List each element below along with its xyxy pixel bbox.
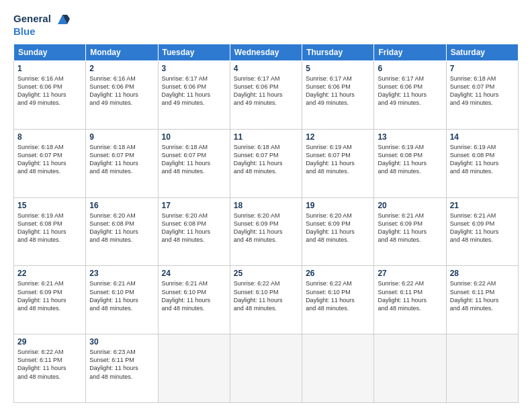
day-info: Sunrise: 6:21 AMSunset: 6:09 PMDaylight:… bbox=[378, 212, 442, 244]
calendar-row: 29Sunrise: 6:22 AMSunset: 6:11 PMDayligh… bbox=[14, 334, 519, 403]
calendar-cell: 5Sunrise: 6:17 AMSunset: 6:06 PMDaylight… bbox=[302, 61, 374, 130]
day-info: Sunrise: 6:18 AMSunset: 6:07 PMDaylight:… bbox=[89, 143, 154, 176]
calendar-header-row: Sunday Monday Tuesday Wednesday Thursday… bbox=[14, 44, 519, 61]
day-number: 18 bbox=[234, 201, 298, 210]
day-number: 24 bbox=[162, 269, 226, 278]
calendar-cell: 24Sunrise: 6:21 AMSunset: 6:10 PMDayligh… bbox=[158, 266, 230, 334]
col-sunday: Sunday bbox=[14, 44, 86, 61]
day-info: Sunrise: 6:20 AMSunset: 6:08 PMDaylight:… bbox=[89, 212, 154, 244]
col-friday: Friday bbox=[374, 44, 446, 61]
calendar-cell: 7Sunrise: 6:18 AMSunset: 6:07 PMDaylight… bbox=[446, 61, 518, 130]
calendar-cell: 9Sunrise: 6:18 AMSunset: 6:07 PMDaylight… bbox=[86, 129, 158, 197]
calendar-cell: 29Sunrise: 6:22 AMSunset: 6:11 PMDayligh… bbox=[14, 334, 86, 403]
day-info: Sunrise: 6:16 AMSunset: 6:06 PMDaylight:… bbox=[89, 75, 154, 107]
calendar-row: 15Sunrise: 6:19 AMSunset: 6:08 PMDayligh… bbox=[14, 197, 519, 266]
page: General Blue Sunday Monday Tuesday bbox=[0, 0, 532, 411]
day-number: 13 bbox=[378, 132, 442, 142]
day-info: Sunrise: 6:21 AMSunset: 6:10 PMDaylight:… bbox=[162, 279, 226, 312]
calendar-cell: 6Sunrise: 6:17 AMSunset: 6:06 PMDaylight… bbox=[374, 61, 446, 130]
calendar-cell bbox=[446, 334, 518, 403]
day-info: Sunrise: 6:17 AMSunset: 6:06 PMDaylight:… bbox=[378, 75, 442, 107]
calendar-cell bbox=[158, 334, 230, 403]
calendar-cell: 2Sunrise: 6:16 AMSunset: 6:06 PMDaylight… bbox=[86, 61, 158, 130]
day-info: Sunrise: 6:22 AMSunset: 6:11 PMDaylight:… bbox=[450, 279, 515, 312]
day-number: 12 bbox=[306, 132, 370, 142]
day-info: Sunrise: 6:18 AMSunset: 6:07 PMDaylight:… bbox=[234, 143, 298, 176]
day-info: Sunrise: 6:17 AMSunset: 6:06 PMDaylight:… bbox=[162, 75, 226, 107]
calendar-cell: 30Sunrise: 6:23 AMSunset: 6:11 PMDayligh… bbox=[86, 334, 158, 403]
day-number: 20 bbox=[378, 201, 442, 210]
day-info: Sunrise: 6:19 AMSunset: 6:08 PMDaylight:… bbox=[450, 143, 515, 176]
day-number: 25 bbox=[234, 269, 298, 278]
col-saturday: Saturday bbox=[446, 44, 518, 61]
day-info: Sunrise: 6:19 AMSunset: 6:07 PMDaylight:… bbox=[306, 143, 370, 176]
calendar-cell: 15Sunrise: 6:19 AMSunset: 6:08 PMDayligh… bbox=[14, 197, 86, 266]
day-number: 8 bbox=[17, 132, 82, 142]
logo-text: General bbox=[13, 12, 70, 27]
calendar-cell: 28Sunrise: 6:22 AMSunset: 6:11 PMDayligh… bbox=[446, 266, 518, 334]
day-number: 14 bbox=[450, 132, 515, 142]
day-info: Sunrise: 6:22 AMSunset: 6:10 PMDaylight:… bbox=[234, 279, 298, 312]
calendar-cell: 20Sunrise: 6:21 AMSunset: 6:09 PMDayligh… bbox=[374, 197, 446, 266]
calendar-row: 22Sunrise: 6:21 AMSunset: 6:09 PMDayligh… bbox=[14, 266, 519, 334]
col-thursday: Thursday bbox=[302, 44, 374, 61]
day-number: 16 bbox=[89, 201, 154, 210]
day-number: 21 bbox=[450, 201, 515, 210]
calendar-cell: 3Sunrise: 6:17 AMSunset: 6:06 PMDaylight… bbox=[158, 61, 230, 130]
day-number: 1 bbox=[17, 64, 82, 73]
day-info: Sunrise: 6:20 AMSunset: 6:09 PMDaylight:… bbox=[306, 212, 370, 244]
day-number: 5 bbox=[306, 64, 370, 73]
calendar-table: Sunday Monday Tuesday Wednesday Thursday… bbox=[13, 44, 519, 403]
calendar-cell: 25Sunrise: 6:22 AMSunset: 6:10 PMDayligh… bbox=[230, 266, 302, 334]
calendar-cell bbox=[374, 334, 446, 403]
logo-blue: Blue bbox=[13, 26, 70, 37]
day-info: Sunrise: 6:19 AMSunset: 6:08 PMDaylight:… bbox=[17, 212, 82, 244]
col-monday: Monday bbox=[86, 44, 158, 61]
day-number: 6 bbox=[378, 64, 442, 73]
day-number: 15 bbox=[17, 201, 82, 210]
calendar-cell: 10Sunrise: 6:18 AMSunset: 6:07 PMDayligh… bbox=[158, 129, 230, 197]
day-number: 23 bbox=[89, 269, 154, 278]
calendar-cell: 19Sunrise: 6:20 AMSunset: 6:09 PMDayligh… bbox=[302, 197, 374, 266]
day-number: 9 bbox=[89, 132, 154, 142]
day-number: 26 bbox=[306, 269, 370, 278]
day-number: 30 bbox=[89, 337, 154, 347]
day-info: Sunrise: 6:16 AMSunset: 6:06 PMDaylight:… bbox=[17, 75, 82, 107]
day-info: Sunrise: 6:21 AMSunset: 6:10 PMDaylight:… bbox=[89, 279, 154, 312]
day-info: Sunrise: 6:23 AMSunset: 6:11 PMDaylight:… bbox=[89, 348, 154, 381]
day-info: Sunrise: 6:17 AMSunset: 6:06 PMDaylight:… bbox=[234, 75, 298, 107]
day-info: Sunrise: 6:18 AMSunset: 6:07 PMDaylight:… bbox=[162, 143, 226, 176]
day-info: Sunrise: 6:21 AMSunset: 6:09 PMDaylight:… bbox=[450, 212, 515, 244]
day-info: Sunrise: 6:20 AMSunset: 6:09 PMDaylight:… bbox=[234, 212, 298, 244]
calendar-cell: 27Sunrise: 6:22 AMSunset: 6:11 PMDayligh… bbox=[374, 266, 446, 334]
calendar-row: 8Sunrise: 6:18 AMSunset: 6:07 PMDaylight… bbox=[14, 129, 519, 197]
calendar-row: 1Sunrise: 6:16 AMSunset: 6:06 PMDaylight… bbox=[14, 61, 519, 130]
day-number: 4 bbox=[234, 64, 298, 73]
calendar-cell: 17Sunrise: 6:20 AMSunset: 6:08 PMDayligh… bbox=[158, 197, 230, 266]
calendar-cell: 21Sunrise: 6:21 AMSunset: 6:09 PMDayligh… bbox=[446, 197, 518, 266]
col-wednesday: Wednesday bbox=[230, 44, 302, 61]
calendar-cell: 14Sunrise: 6:19 AMSunset: 6:08 PMDayligh… bbox=[446, 129, 518, 197]
day-info: Sunrise: 6:22 AMSunset: 6:10 PMDaylight:… bbox=[306, 279, 370, 312]
day-number: 2 bbox=[89, 64, 154, 73]
logo: General Blue bbox=[13, 12, 70, 37]
day-info: Sunrise: 6:18 AMSunset: 6:07 PMDaylight:… bbox=[450, 75, 515, 107]
header: General Blue bbox=[13, 12, 519, 37]
calendar-cell: 4Sunrise: 6:17 AMSunset: 6:06 PMDaylight… bbox=[230, 61, 302, 130]
calendar-cell bbox=[230, 334, 302, 403]
day-number: 29 bbox=[17, 337, 82, 347]
day-info: Sunrise: 6:18 AMSunset: 6:07 PMDaylight:… bbox=[17, 143, 82, 176]
calendar-cell: 8Sunrise: 6:18 AMSunset: 6:07 PMDaylight… bbox=[14, 129, 86, 197]
day-info: Sunrise: 6:17 AMSunset: 6:06 PMDaylight:… bbox=[306, 75, 370, 107]
day-number: 19 bbox=[306, 201, 370, 210]
calendar-cell: 26Sunrise: 6:22 AMSunset: 6:10 PMDayligh… bbox=[302, 266, 374, 334]
day-number: 27 bbox=[378, 269, 442, 278]
calendar-cell bbox=[302, 334, 374, 403]
day-info: Sunrise: 6:21 AMSunset: 6:09 PMDaylight:… bbox=[17, 279, 82, 312]
calendar-cell: 16Sunrise: 6:20 AMSunset: 6:08 PMDayligh… bbox=[86, 197, 158, 266]
calendar-cell: 12Sunrise: 6:19 AMSunset: 6:07 PMDayligh… bbox=[302, 129, 374, 197]
day-number: 10 bbox=[162, 132, 226, 142]
calendar-cell: 22Sunrise: 6:21 AMSunset: 6:09 PMDayligh… bbox=[14, 266, 86, 334]
logo-icon bbox=[55, 12, 70, 27]
day-number: 22 bbox=[17, 269, 82, 278]
